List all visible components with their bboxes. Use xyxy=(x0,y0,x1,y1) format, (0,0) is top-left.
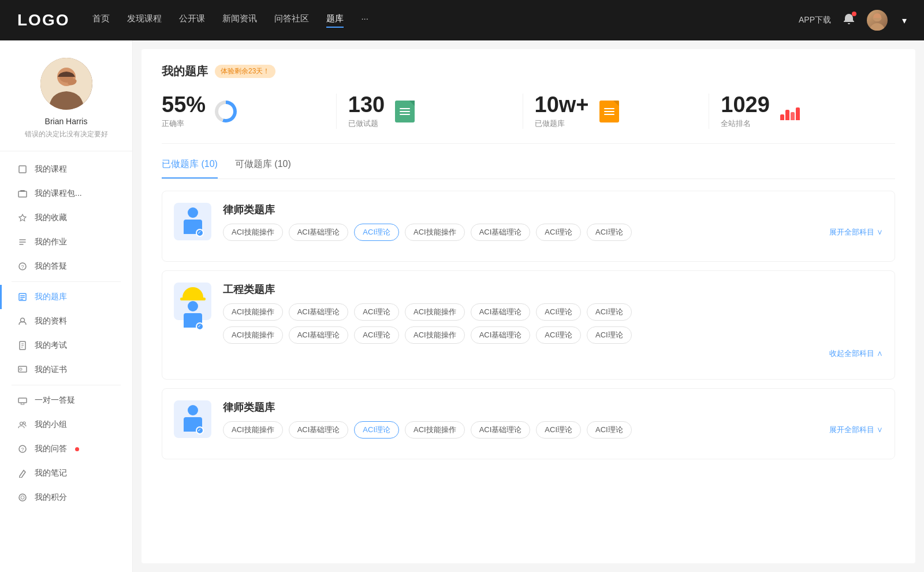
tag-2-8[interactable]: ACI技能操作 xyxy=(223,326,283,344)
engineer-bank-icon: ✓ xyxy=(174,283,211,320)
sidebar-item-points[interactable]: 我的积分 xyxy=(0,485,132,510)
tab-done-banks[interactable]: 已做题库 (10) xyxy=(162,158,218,179)
groups-icon xyxy=(17,419,28,430)
notification-bell[interactable] xyxy=(843,13,855,28)
doc-orange-icon xyxy=(599,101,619,122)
tag-2-13[interactable]: ACI理论 xyxy=(536,326,581,344)
nav-opencourse[interactable]: 公开课 xyxy=(179,13,205,28)
tag-3-2[interactable]: ACI基础理论 xyxy=(289,421,349,439)
sidebar-menu: 我的课程 我的课程包... 我的收藏 我的作业 xyxy=(0,151,132,515)
sidebar-item-notes[interactable]: 我的笔记 xyxy=(0,461,132,485)
sidebar-item-questions[interactable]: ? 我的答疑 xyxy=(0,254,132,278)
pie-chart-icon xyxy=(215,101,237,122)
nav-news[interactable]: 新闻资讯 xyxy=(222,13,257,28)
profile-avatar[interactable] xyxy=(40,58,92,110)
tag-3-5[interactable]: ACI基础理论 xyxy=(471,421,531,439)
sidebar-item-groups[interactable]: 我的小组 xyxy=(0,413,132,437)
bank-card-header-3: ✓ 律师类题库 ACI技能操作 ACI基础理论 ACI理论 ACI技能操作 AC… xyxy=(174,400,883,439)
avatar-image xyxy=(867,10,888,31)
tag-3-1[interactable]: ACI技能操作 xyxy=(223,421,283,439)
expand-link-1[interactable]: 展开全部科目 ∨ xyxy=(829,227,883,237)
lawyer-body-1: ✓ xyxy=(184,220,202,234)
tag-3-6[interactable]: ACI理论 xyxy=(536,421,581,439)
sidebar-item-questionbank[interactable]: 我的题库 xyxy=(0,285,132,309)
lawyer-bank-icon-2: ✓ xyxy=(174,400,211,438)
tag-1-4[interactable]: ACI技能操作 xyxy=(405,224,465,241)
sidebar-item-coursepack[interactable]: 我的课程包... xyxy=(0,181,132,206)
nav-more[interactable]: ··· xyxy=(361,13,368,28)
nav-questionbank[interactable]: 题库 xyxy=(326,13,344,28)
bank-title-1: 律师类题库 xyxy=(223,203,883,217)
tag-2-11[interactable]: ACI技能操作 xyxy=(405,326,465,344)
page-container: Brian Harris 错误的决定比没有决定要好 我的课程 我的课程包... xyxy=(0,40,924,572)
tag-1-5[interactable]: ACI基础理论 xyxy=(471,224,531,241)
tags-row-3: ACI技能操作 ACI基础理论 ACI理论 ACI技能操作 ACI基础理论 AC… xyxy=(223,421,883,439)
bank-title-2: 工程类题库 xyxy=(223,283,883,296)
svg-text:?: ? xyxy=(21,264,24,270)
sidebar-item-tutoring[interactable]: 一对一答疑 xyxy=(0,388,132,413)
user-menu-chevron[interactable]: ▾ xyxy=(902,15,907,26)
questions-done-icon xyxy=(393,100,416,123)
profile-motto: 错误的决定比没有决定要好 xyxy=(12,129,121,139)
tag-2-7[interactable]: ACI理论 xyxy=(587,303,632,321)
bank-card-engineer: ✓ 工程类题库 ACI技能操作 ACI基础理论 ACI理论 ACI技能操作 AC… xyxy=(162,270,895,380)
tag-1-2[interactable]: ACI基础理论 xyxy=(289,224,349,241)
tag-2-10[interactable]: ACI理论 xyxy=(354,326,399,344)
tab-available-banks[interactable]: 可做题库 (10) xyxy=(235,158,291,179)
svg-point-22 xyxy=(19,494,26,501)
svg-rect-11 xyxy=(20,295,25,296)
nav-home[interactable]: 首页 xyxy=(92,13,110,28)
questions-icon: ? xyxy=(17,261,28,272)
banks-done-icon xyxy=(598,100,621,123)
sidebar-item-certificate[interactable]: 我的证书 xyxy=(0,358,132,382)
svg-rect-7 xyxy=(20,190,25,192)
lawyer-badge-1: ✓ xyxy=(196,229,204,237)
sidebar-item-mycourse[interactable]: 我的课程 xyxy=(0,157,132,181)
tag-2-9[interactable]: ACI基础理论 xyxy=(289,326,349,344)
tag-1-1[interactable]: ACI技能操作 xyxy=(223,224,283,241)
tag-1-6[interactable]: ACI理论 xyxy=(536,224,581,241)
tag-2-4[interactable]: ACI技能操作 xyxy=(405,303,465,321)
engineer-body: ✓ xyxy=(184,313,202,328)
tag-2-6[interactable]: ACI理论 xyxy=(536,303,581,321)
sidebar-item-exam[interactable]: 我的考试 xyxy=(0,333,132,358)
tag-3-3[interactable]: ACI理论 xyxy=(354,421,399,439)
coursepack-icon xyxy=(17,188,28,199)
tag-3-4[interactable]: ACI技能操作 xyxy=(405,421,465,439)
svg-rect-5 xyxy=(19,166,26,173)
bar-chart-icon xyxy=(780,103,800,120)
stat-questions-value: 130 已做试题 xyxy=(348,94,385,129)
tag-2-2[interactable]: ACI基础理论 xyxy=(289,303,349,321)
svg-point-17 xyxy=(20,368,22,370)
tag-1-3[interactable]: ACI理论 xyxy=(354,224,399,241)
tag-2-14[interactable]: ACI理论 xyxy=(587,326,632,344)
tabs-row: 已做题库 (10) 可做题库 (10) xyxy=(162,158,895,179)
tag-3-7[interactable]: ACI理论 xyxy=(587,421,632,439)
stat-rank: 1029 全站排名 xyxy=(721,94,895,129)
page-title: 我的题库 xyxy=(162,64,208,79)
sidebar-item-myqa[interactable]: ? 我的问答 xyxy=(0,437,132,461)
user-avatar[interactable] xyxy=(867,10,888,31)
tag-2-12[interactable]: ACI基础理论 xyxy=(471,326,531,344)
bank-card-lawyer-1: ✓ 律师类题库 ACI技能操作 ACI基础理论 ACI理论 ACI技能操作 AC… xyxy=(162,191,895,262)
tag-2-3[interactable]: ACI理论 xyxy=(354,303,399,321)
sidebar-item-favorites[interactable]: 我的收藏 xyxy=(0,206,132,230)
tag-2-5[interactable]: ACI基础理论 xyxy=(471,303,531,321)
navbar: LOGO 首页 发现课程 公开课 新闻资讯 问答社区 题库 ··· APP下载 xyxy=(0,0,924,40)
sidebar-profile: Brian Harris 错误的决定比没有决定要好 xyxy=(0,58,132,151)
nav-qa[interactable]: 问答社区 xyxy=(274,13,309,28)
sidebar-divider-1 xyxy=(12,281,121,282)
bank-title-3: 律师类题库 xyxy=(223,400,883,414)
tags-row-2-second: ACI技能操作 ACI基础理论 ACI理论 ACI技能操作 ACI基础理论 AC… xyxy=(223,326,883,344)
sidebar-item-profile[interactable]: 我的资料 xyxy=(0,309,132,333)
tag-2-1[interactable]: ACI技能操作 xyxy=(223,303,283,321)
expand-link-3[interactable]: 展开全部科目 ∨ xyxy=(829,425,883,435)
tag-1-7[interactable]: ACI理论 xyxy=(587,224,632,241)
nav-discover[interactable]: 发现课程 xyxy=(127,13,162,28)
sidebar-item-homework[interactable]: 我的作业 xyxy=(0,230,132,254)
lawyer-head-2 xyxy=(188,405,198,415)
navbar-logo[interactable]: LOGO xyxy=(17,11,69,29)
notes-icon xyxy=(17,468,28,478)
app-download-btn[interactable]: APP下载 xyxy=(799,15,831,25)
collapse-link-2[interactable]: 收起全部科目 ∧ xyxy=(223,348,883,359)
